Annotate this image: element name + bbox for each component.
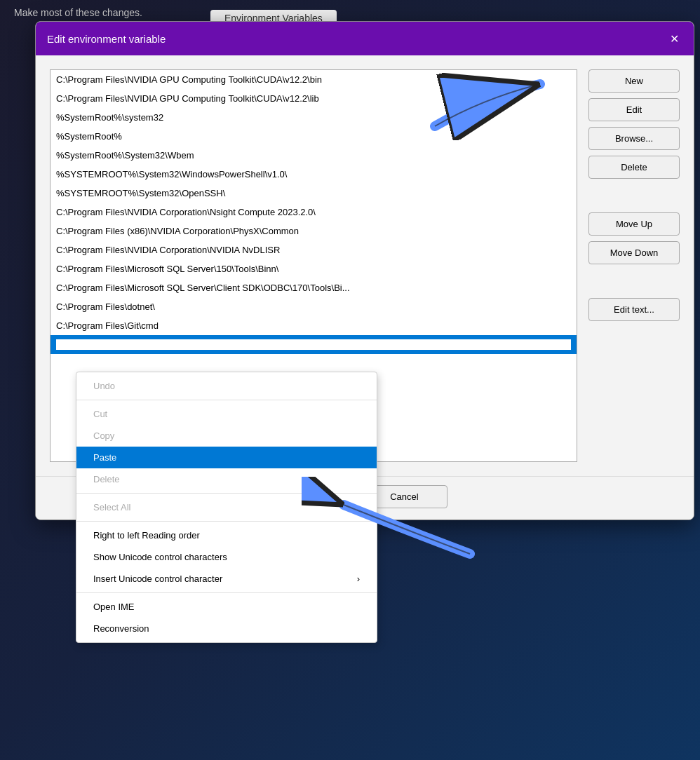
dialog-title: Edit environment variable bbox=[47, 33, 166, 45]
browse-button[interactable]: Browse... bbox=[588, 127, 680, 150]
list-item[interactable]: %SYSTEMROOT%\System32\OpenSSH\ bbox=[51, 184, 577, 203]
list-item[interactable]: C:\Program Files\Git\cmd bbox=[51, 316, 577, 335]
context-menu-item-undo: Undo bbox=[76, 375, 377, 397]
list-item[interactable]: C:\Program Files\dotnet\ bbox=[51, 297, 577, 316]
edit-text-button[interactable]: Edit text... bbox=[588, 298, 680, 321]
submenu-arrow-icon: › bbox=[357, 574, 360, 584]
context-menu: UndoCutCopyPasteDeleteSelect AllRight to… bbox=[76, 372, 377, 643]
context-menu-separator bbox=[76, 521, 377, 522]
context-menu-item-cut: Cut bbox=[76, 403, 377, 425]
edit-input[interactable] bbox=[56, 339, 571, 350]
list-item[interactable]: C:\Program Files\NVIDIA GPU Computing To… bbox=[51, 70, 577, 89]
context-menu-item-select_all: Select All bbox=[76, 496, 377, 518]
list-item[interactable]: %SYSTEMROOT%\System32\WindowsPowerShell\… bbox=[51, 165, 577, 184]
list-item[interactable]: C:\Program Files\NVIDIA GPU Computing To… bbox=[51, 89, 577, 108]
list-item[interactable]: %SystemRoot%\system32 bbox=[51, 108, 577, 127]
new-button[interactable]: New bbox=[588, 69, 680, 93]
dialog-titlebar: Edit environment variable ✕ bbox=[36, 22, 694, 55]
list-item[interactable]: C:\Program Files\Microsoft SQL Server\15… bbox=[51, 259, 577, 278]
move-down-button[interactable]: Move Down bbox=[588, 241, 680, 264]
list-item[interactable]: %SystemRoot%\System32\Wbem bbox=[51, 146, 577, 165]
delete-button[interactable]: Delete bbox=[588, 156, 680, 179]
context-menu-item-unicode_chars[interactable]: Show Unicode control characters bbox=[76, 546, 377, 568]
context-menu-item-copy: Copy bbox=[76, 425, 377, 447]
move-up-button[interactable]: Move Up bbox=[588, 212, 680, 236]
list-item[interactable]: C:\Program Files\NVIDIA Corporation\Nsig… bbox=[51, 203, 577, 222]
context-menu-item-delete: Delete bbox=[76, 468, 377, 490]
context-menu-separator bbox=[76, 400, 377, 400]
list-item[interactable]: %SystemRoot% bbox=[51, 127, 577, 146]
list-item[interactable]: C:\Program Files\NVIDIA Corporation\NVID… bbox=[51, 240, 577, 259]
buttons-panel: New Edit Browse... Delete Move Up Move D… bbox=[588, 69, 680, 462]
list-item[interactable]: C:\Program Files (x86)\NVIDIA Corporatio… bbox=[51, 222, 577, 240]
list-item-editing[interactable] bbox=[51, 335, 577, 354]
context-menu-item-open_ime[interactable]: Open IME bbox=[76, 596, 377, 618]
context-menu-separator bbox=[76, 493, 377, 494]
edit-button[interactable]: Edit bbox=[588, 98, 680, 121]
list-item[interactable]: C:\Program Files\Microsoft SQL Server\Cl… bbox=[51, 278, 577, 297]
context-menu-item-reconversion[interactable]: Reconversion bbox=[76, 618, 377, 639]
context-menu-item-paste[interactable]: Paste bbox=[76, 447, 377, 468]
context-menu-item-insert_unicode[interactable]: Insert Unicode control character› bbox=[76, 568, 377, 590]
context-menu-separator bbox=[76, 592, 377, 593]
close-button[interactable]: ✕ bbox=[666, 30, 682, 47]
context-menu-item-rtl[interactable]: Right to left Reading order bbox=[76, 524, 377, 546]
